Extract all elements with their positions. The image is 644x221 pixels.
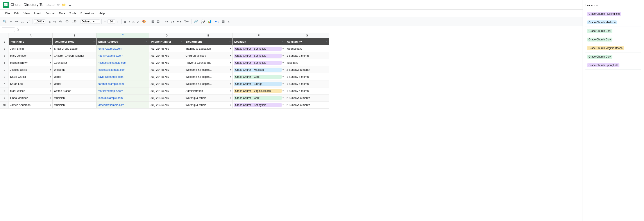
col-header-A[interactable]: A	[9, 33, 53, 38]
cell-D9[interactable]: (01) 234 56789	[149, 94, 184, 102]
cell-D4[interactable]: (01) 234 56789	[149, 59, 184, 66]
row-num-1[interactable]: 1	[0, 38, 9, 45]
location-dropdown-arrow[interactable]: ▾	[282, 69, 284, 71]
redo-icon[interactable]: ↪	[14, 19, 19, 24]
col-a-filter-arrow[interactable]: ▾	[50, 41, 51, 43]
col-b-filter-arrow[interactable]: ▾	[94, 41, 94, 43]
col-header-D[interactable]: D	[149, 33, 184, 38]
menu-extensions[interactable]: Extensions	[79, 11, 96, 16]
email-link[interactable]: jessica@example.com	[98, 68, 125, 71]
dept-dropdown-arrow[interactable]: ▾	[230, 69, 231, 71]
cell-A3[interactable]: Mary Johnson ▾	[9, 52, 53, 59]
rotate-icon[interactable]: ↻▾	[183, 19, 190, 24]
menu-file[interactable]: File	[4, 11, 12, 16]
cell-D2[interactable]: (01) 234 56789	[149, 45, 184, 52]
italic-button[interactable]: I	[128, 19, 131, 24]
cell-D5[interactable]: (01) 234 56789	[149, 66, 184, 73]
font-selector[interactable]: Default... ▾	[80, 19, 100, 24]
location-dropdown-arrow[interactable]: ▾	[282, 62, 284, 64]
cell-E1[interactable]: Department▾	[184, 38, 232, 45]
cell-E3[interactable]: Children Ministry ▾	[184, 52, 232, 59]
link-icon[interactable]: 🔗	[193, 19, 199, 24]
dept-dropdown-arrow[interactable]: ▾	[230, 48, 231, 50]
row-num-8[interactable]: 8	[0, 87, 9, 94]
cloud-icon[interactable]: ☁	[68, 3, 72, 7]
cell-G5[interactable]: 2 Sundays a month	[285, 66, 329, 73]
decrease-font-icon[interactable]: −	[103, 19, 107, 24]
font-size-box[interactable]: 10	[108, 19, 116, 24]
valign-icon[interactable]: ↕▾	[170, 19, 176, 24]
highlight-color-icon[interactable]: 🎨	[141, 19, 148, 24]
cell-F5[interactable]: Grace Church - Madison ▾	[232, 66, 285, 73]
menu-view[interactable]: View	[22, 11, 31, 16]
print-icon[interactable]: 🖨	[20, 19, 25, 24]
increase-font-icon[interactable]: +	[116, 19, 120, 24]
cell-C6[interactable]: david@example.com	[96, 73, 149, 80]
wrap-icon[interactable]: ↵▾	[176, 19, 183, 24]
menu-data[interactable]: Data	[57, 11, 67, 16]
cell-G2[interactable]: Wednesdays	[285, 45, 329, 52]
row-num-3[interactable]: 3	[0, 52, 9, 59]
row-num-2[interactable]: 2	[0, 45, 9, 52]
cell-D1[interactable]: Phone Number▾	[149, 38, 184, 45]
email-link[interactable]: john@example.com	[98, 47, 122, 50]
borders-icon[interactable]: ⊞	[150, 19, 155, 24]
dept-dropdown-arrow[interactable]: ▾	[230, 62, 231, 64]
cell-E5[interactable]: Welcome & Hospital... ▾	[184, 66, 232, 73]
text-color-icon[interactable]: A	[136, 19, 140, 24]
cell-B2[interactable]: Small Group Leader	[53, 45, 96, 52]
comment-tb-icon[interactable]: 💬	[200, 19, 206, 24]
row-num-9[interactable]: 9	[0, 94, 9, 102]
cell-E9[interactable]: Worship & Music ▾	[184, 94, 232, 102]
cell-C5[interactable]: jessica@example.com	[96, 66, 149, 73]
name-dropdown-arrow[interactable]: ▾	[50, 48, 51, 50]
list-item[interactable]: Grace Church Cork	[586, 35, 641, 44]
name-dropdown-arrow[interactable]: ▾	[50, 90, 51, 92]
cell-F8[interactable]: Grace Church - Virginia Beach ▾	[232, 87, 285, 94]
cell-F1[interactable]: Location▾	[232, 38, 285, 45]
cell-E10[interactable]: Worship & Music ▾	[184, 102, 232, 109]
cell-F2[interactable]: Grace Church - Springfield ▾	[232, 45, 285, 52]
location-dropdown-arrow[interactable]: ▾	[282, 48, 284, 50]
cell-G10[interactable]: 2 Sundays a month	[285, 102, 329, 109]
cell-A1[interactable]: Full Name▾	[9, 38, 53, 45]
cell-D10[interactable]: (01) 234 56789	[149, 102, 184, 109]
menu-help[interactable]: Help	[97, 11, 106, 16]
cell-D7[interactable]: (01) 234 56789	[149, 80, 184, 87]
dept-dropdown-arrow[interactable]: ▾	[230, 104, 231, 106]
list-item[interactable]: Grace Church Virginia Beach	[586, 44, 641, 53]
dept-dropdown-arrow[interactable]: ▾	[230, 76, 231, 78]
row-num-5[interactable]: 5	[0, 66, 9, 73]
cell-B1[interactable]: Volunteer Role▾	[53, 38, 96, 45]
currency-icon[interactable]: $	[48, 19, 52, 24]
decrease-decimal-icon[interactable]: .0↓	[58, 19, 63, 24]
menu-tools[interactable]: Tools	[68, 11, 78, 16]
location-dropdown-arrow[interactable]: ▾	[282, 90, 284, 92]
cell-A2[interactable]: John Smith ▾	[9, 45, 53, 52]
column-stats-icon[interactable]: ⊟	[221, 19, 226, 24]
list-item[interactable]: Grace Church Madison	[586, 18, 641, 27]
percent-icon[interactable]: %	[52, 19, 57, 24]
name-dropdown-arrow[interactable]: ▾	[50, 55, 51, 57]
strikethrough-button[interactable]: S	[132, 19, 136, 24]
location-dropdown-arrow[interactable]: ▾	[282, 76, 284, 78]
email-link[interactable]: sarah@example.com	[98, 82, 124, 85]
email-link[interactable]: linda@example.com	[98, 96, 122, 100]
menu-edit[interactable]: Edit	[12, 11, 21, 16]
col-f-filter-arrow[interactable]: ▾	[282, 41, 283, 43]
dept-dropdown-arrow[interactable]: ▾	[230, 97, 231, 99]
bold-button[interactable]: B	[123, 19, 128, 24]
menu-insert[interactable]: Insert	[32, 11, 43, 16]
cell-B3[interactable]: Children Church Teacher	[53, 52, 96, 59]
cell-C1[interactable]: Email Address▾	[96, 38, 149, 45]
col-g-filter-arrow[interactable]: ▾	[326, 41, 327, 43]
cell-G8[interactable]: 1 Sunday a month	[285, 87, 329, 94]
cell-A8[interactable]: Mark Wilson ▾	[9, 87, 53, 94]
cell-A4[interactable]: Michael Brown ▾	[9, 59, 53, 66]
cell-C8[interactable]: mark@example.com	[96, 87, 149, 94]
cell-C3[interactable]: mary@example.com	[96, 52, 149, 59]
email-link[interactable]: mary@example.com	[98, 54, 123, 57]
col-d-filter-arrow[interactable]: ▾	[181, 41, 182, 43]
cell-B5[interactable]: Welcome	[53, 66, 96, 73]
cell-C7[interactable]: sarah@example.com	[96, 80, 149, 87]
